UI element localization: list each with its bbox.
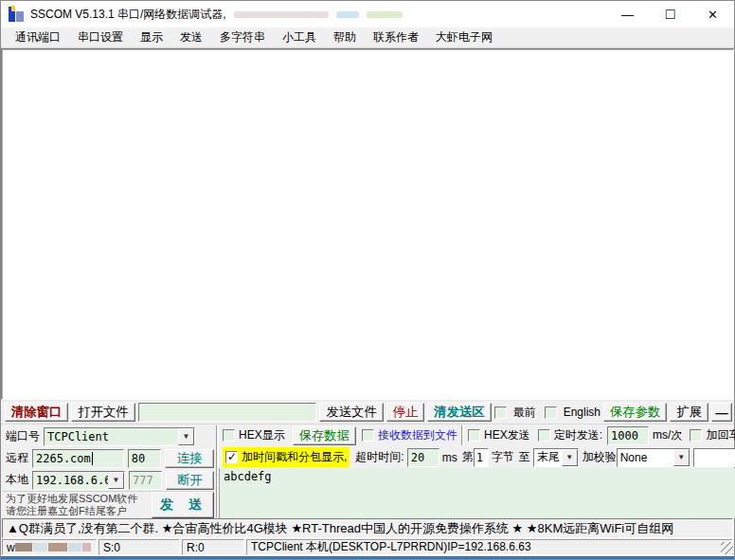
- menu-item-contact-author[interactable]: 联系作者: [365, 27, 427, 47]
- options-row-1: HEX显示 保存数据 接收数据到文件 HEX发送 定时发送: 1000 ms/次…: [219, 425, 735, 446]
- title-bar: SSCOM V5.13.1 串口/网络数据调试器, — ☐ ✕: [1, 1, 734, 27]
- timed-interval-input[interactable]: 1000: [607, 426, 649, 445]
- sscom-window: SSCOM V5.13.1 串口/网络数据调试器, — ☐ ✕ 通讯端口 串口设…: [0, 0, 735, 560]
- chevron-down-icon[interactable]: ▼: [673, 449, 690, 466]
- text-caret: [92, 452, 93, 465]
- timestamp-option: 加时间戳和分包显示,: [223, 447, 350, 467]
- local-label: 本地: [6, 472, 28, 488]
- redacted-block: [234, 11, 329, 18]
- save-data-button[interactable]: 保存数据: [293, 426, 356, 445]
- append-crlf-label: 加回车换行: [706, 427, 735, 443]
- menu-item-serial-settings[interactable]: 串口设置: [69, 27, 132, 47]
- menu-item-tools[interactable]: 小工具: [274, 27, 325, 47]
- remote-label: 远程: [6, 450, 28, 466]
- redacted-block: [33, 543, 48, 551]
- status-website-cell: w: [2, 539, 97, 555]
- window-controls: — ☐ ✕: [606, 1, 734, 27]
- redacted-block: [15, 543, 32, 551]
- topmost-label: 最前: [513, 405, 536, 421]
- stop-button[interactable]: 停止: [386, 403, 425, 422]
- english-checkbox[interactable]: [545, 406, 557, 419]
- collapse-button[interactable]: —: [711, 403, 732, 422]
- toolbar-row: 清除窗口 打开文件 发送文件 停止 清发送区 最前 English 保存参数 扩…: [1, 401, 734, 425]
- checksum-label: 加校验: [583, 449, 617, 465]
- remote-port-input[interactable]: 80: [128, 449, 162, 468]
- append-crlf-checkbox[interactable]: [690, 429, 702, 442]
- chevron-down-icon[interactable]: ▼: [562, 449, 578, 466]
- remote-host-input[interactable]: 2265.com: [32, 449, 124, 468]
- to-select[interactable]: 末尾 ▼: [533, 448, 579, 467]
- timestamp-label: 加时间戳和分包显示,: [242, 449, 347, 465]
- interval-unit-label: ms/次: [653, 427, 682, 443]
- resize-grip[interactable]: [721, 542, 733, 554]
- hex-send-checkbox[interactable]: [468, 429, 480, 442]
- local-row: 本地 192.168.6.63 ▼ 777 断开: [3, 469, 214, 491]
- port-value: TCPClient: [45, 430, 178, 443]
- options-row-2: 加时间戳和分包显示, 超时时间: 20 ms 第 1 字节 至 末尾 ▼ 加校验: [219, 446, 735, 468]
- send-button[interactable]: 发 送: [152, 492, 214, 518]
- send-text: abcdefg: [224, 470, 272, 483]
- local-port-input[interactable]: 777: [129, 471, 162, 490]
- clear-window-button[interactable]: 清除窗口: [5, 403, 68, 422]
- close-icon[interactable]: ✕: [691, 1, 734, 27]
- timeout-unit-label: ms: [442, 451, 457, 464]
- control-panel: 清除窗口 打开文件 发送文件 停止 清发送区 最前 English 保存参数 扩…: [1, 400, 734, 517]
- panel-body: 端口号 TCPClient ▼ 远程 2265.com 80 连接 本地 192…: [1, 425, 734, 518]
- hex-send-label: HEX发送: [484, 427, 530, 443]
- connect-button[interactable]: 连接: [165, 449, 214, 468]
- menu-item-help[interactable]: 帮助: [325, 27, 365, 47]
- timestamp-checkbox[interactable]: [225, 451, 238, 463]
- remote-row: 远程 2265.com 80 连接: [3, 447, 214, 469]
- redacted-block: [68, 543, 81, 551]
- redacted-block: [336, 11, 359, 18]
- hex-display-checkbox[interactable]: [223, 429, 235, 442]
- hex-display-label: HEX显示: [239, 427, 285, 443]
- timeout-input[interactable]: 20: [407, 448, 439, 467]
- menu-item-display[interactable]: 显示: [132, 27, 171, 47]
- connection-column: 端口号 TCPClient ▼ 远程 2265.com 80 连接 本地 192…: [1, 425, 216, 518]
- options-divider: [461, 425, 464, 445]
- byte-label: 字节: [492, 449, 514, 465]
- chevron-down-icon[interactable]: ▼: [108, 472, 124, 489]
- redacted-block: [48, 543, 67, 551]
- timed-send-label: 定时发送:: [554, 427, 602, 443]
- menu-item-multi-string[interactable]: 多字符串: [211, 27, 274, 47]
- menu-item-send[interactable]: 发送: [171, 27, 211, 47]
- file-path-input[interactable]: [138, 403, 317, 422]
- send-file-button[interactable]: 发送文件: [319, 403, 383, 422]
- options-column: HEX显示 保存数据 接收数据到文件 HEX发送 定时发送: 1000 ms/次…: [219, 425, 735, 518]
- menu-item-daxia-site[interactable]: 大虾电子网: [427, 27, 501, 47]
- promo-text: 为了更好地发展SSCOM软件 请您注册嘉立创F结尾客户: [6, 493, 142, 517]
- topmost-checkbox[interactable]: [494, 406, 507, 419]
- app-icon: [8, 6, 25, 23]
- extend-button[interactable]: 扩展: [670, 403, 708, 422]
- byte-from-label: 第: [462, 449, 474, 465]
- byte-from-input[interactable]: 1: [474, 448, 489, 467]
- checksum-select[interactable]: None ▼: [617, 448, 690, 467]
- clear-send-area-button[interactable]: 清发送区: [427, 403, 491, 422]
- status-recv-cell: R:0: [182, 539, 244, 555]
- english-label: English: [564, 406, 601, 419]
- port-select[interactable]: TCPClient ▼: [44, 427, 195, 446]
- recv-to-file-checkbox[interactable]: [362, 429, 374, 442]
- save-params-button[interactable]: 保存参数: [603, 403, 667, 422]
- chevron-down-icon[interactable]: ▼: [178, 428, 194, 445]
- checksum-extra-input[interactable]: [693, 448, 735, 467]
- recv-to-file-label: 接收数据到文件: [378, 427, 457, 443]
- status-info-cell: TCPClient 本机(DESKTOP-L7PRRDN)IP=192.168.…: [246, 539, 732, 555]
- timed-send-checkbox[interactable]: [538, 429, 550, 442]
- to-label: 至: [519, 449, 530, 465]
- receive-data-area[interactable]: [1, 48, 734, 400]
- maximize-icon[interactable]: ☐: [649, 1, 691, 27]
- promo-row: 为了更好地发展SSCOM软件 请您注册嘉立创F结尾客户 发 送: [3, 491, 214, 518]
- timeout-label: 超时时间:: [355, 449, 403, 465]
- send-text-area[interactable]: abcdefg ▲: [219, 468, 735, 518]
- menu-item-comm-port[interactable]: 通讯端口: [7, 27, 69, 47]
- open-file-button[interactable]: 打开文件: [71, 403, 134, 422]
- ad-bar[interactable]: ▲Q群满员了,没有第二个群. ★合宙高性价比4G模块 ★RT-Thread中国人…: [2, 518, 733, 538]
- disconnect-button[interactable]: 断开: [166, 471, 214, 490]
- local-ip-select[interactable]: 192.168.6.63 ▼: [32, 471, 125, 490]
- taskbar-edge: [1, 556, 734, 559]
- minimize-icon[interactable]: —: [606, 1, 649, 27]
- redacted-block: [367, 11, 403, 18]
